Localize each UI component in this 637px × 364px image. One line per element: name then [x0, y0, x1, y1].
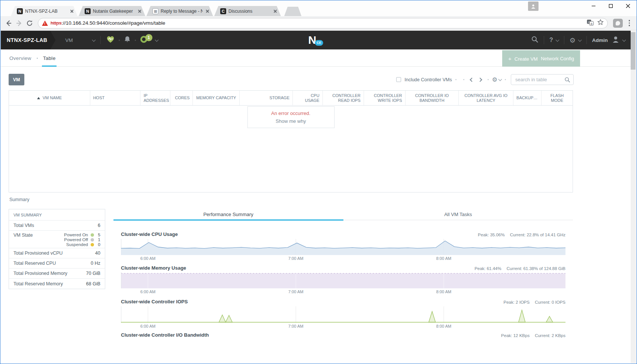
nutanix-favicon: N	[85, 8, 91, 14]
help-menu[interactable]: ?	[549, 37, 553, 43]
divider	[564, 36, 564, 44]
tab-close-icon[interactable]	[273, 9, 278, 14]
alerts-bell-icon[interactable]	[124, 36, 131, 45]
divider	[586, 36, 587, 44]
back-icon[interactable]	[3, 18, 14, 28]
time-axis: 6:00 AM7:00 AM8:00 AM	[121, 256, 565, 261]
summary-row-vcpu: Total Provisioned vCPU40	[9, 248, 105, 258]
include-controller-vms-checkbox[interactable]	[396, 77, 401, 82]
search-icon[interactable]	[531, 36, 539, 45]
table-error-box: An error occurred. Show me why	[247, 106, 334, 128]
tab-title: NTNX-SPZ-LAB	[25, 9, 67, 14]
tab-title: Discussions	[228, 9, 270, 14]
peak-value: Peak: 2 IOPS	[504, 300, 530, 304]
column-header-backup[interactable]: BACKUP AN...	[513, 91, 542, 105]
network-config-button[interactable]: Network Config	[541, 56, 574, 61]
maximize-button[interactable]	[602, 0, 619, 12]
user-menu[interactable]: Admin	[592, 37, 608, 43]
error-message: An error occurred.	[271, 110, 310, 116]
security-warning-icon[interactable]: !	[42, 21, 48, 26]
chevron-down-icon[interactable]	[155, 38, 158, 42]
cluster-name-pennant[interactable]: NTNX-SPZ-LAB	[1, 31, 55, 49]
next-page-icon[interactable]	[478, 78, 482, 82]
controller-iops-chart-block: Cluster-wide Controller IOPS Peak: 2 IOP…	[121, 298, 565, 329]
summary-row-reserved-memory: Total Reserved Memory68 GiB	[9, 279, 105, 289]
new-tab-button[interactable]	[284, 7, 301, 16]
plus-icon: +	[508, 55, 512, 62]
task-count-badge[interactable]: 1	[145, 34, 152, 41]
column-header-cores[interactable]: CORES	[170, 91, 193, 105]
chevron-down-icon[interactable]	[498, 78, 502, 81]
memory-usage-chart[interactable]	[121, 272, 565, 288]
show-me-why-link[interactable]: Show me why	[276, 118, 306, 124]
time-axis: 6:00 AM7:00 AM8:00 AM	[121, 324, 565, 329]
column-header-io-latency[interactable]: CONTROLLER AVG IO LATENCY	[459, 91, 513, 105]
column-header-ip[interactable]: IP ADDRESSES	[140, 91, 170, 105]
chevron-down-icon[interactable]	[622, 38, 626, 42]
create-vm-button[interactable]: +Create VM	[508, 55, 538, 62]
column-header-write-iops[interactable]: CONTROLLER WRITE IOPS	[364, 91, 406, 105]
cpu-usage-chart[interactable]	[121, 239, 565, 255]
tab-table[interactable]: Table	[43, 55, 56, 61]
chevron-down-icon[interactable]	[555, 38, 559, 42]
search-input[interactable]	[515, 77, 564, 82]
close-button[interactable]	[619, 0, 637, 12]
minimize-button[interactable]	[585, 0, 602, 12]
column-header-io-bandwidth[interactable]: CONTROLLER IO BANDWIDTH	[406, 91, 459, 105]
tab-close-icon[interactable]	[69, 9, 75, 14]
column-header-flash-mode[interactable]: FLASH MODE	[542, 91, 573, 105]
bookmark-star-icon[interactable]	[597, 19, 604, 27]
tab-title: Nutanix Gatekeeper	[93, 9, 135, 14]
nutanix-logo: N CE	[308, 31, 323, 49]
browser-toolbar: ! https://10.166.24.50:9440/console/#pag…	[0, 16, 637, 30]
state-powered-off: Powered Off1	[64, 237, 100, 242]
column-header-memory[interactable]: MEMORY CAPACITY	[193, 91, 240, 105]
translate-icon[interactable]: Aa	[587, 19, 594, 27]
table-settings-gear-icon[interactable]: ⚙	[492, 76, 497, 83]
search-icon[interactable]	[564, 77, 570, 83]
address-bar[interactable]: ! https://10.166.24.50:9440/console/#pag…	[38, 18, 608, 28]
chevron-down-icon[interactable]	[578, 38, 582, 42]
column-header-storage[interactable]: STORAGE	[240, 91, 293, 105]
table-search[interactable]	[511, 74, 574, 85]
entity-type-button[interactable]: VM	[9, 74, 24, 85]
tab-performance-summary[interactable]: Performance Summary	[113, 209, 343, 220]
tab-close-icon[interactable]	[205, 9, 210, 14]
cpu-usage-chart-block: Cluster-wide CPU Usage Peak: 35.06%Curre…	[121, 231, 565, 261]
extension-icon[interactable]	[613, 19, 623, 28]
prev-page-icon[interactable]	[470, 78, 474, 82]
browser-tab-ntnx[interactable]: N NTNX-SPZ-LAB	[11, 6, 78, 16]
entity-selector[interactable]: VM	[65, 37, 73, 43]
divider	[100, 36, 101, 44]
tab-all-vm-tasks[interactable]: All VM Tasks	[343, 209, 573, 220]
column-header-cpu[interactable]: CPU USAGE	[293, 91, 323, 105]
browser-profile-icon[interactable]	[528, 1, 539, 11]
health-heart-icon[interactable]	[106, 35, 115, 45]
column-header-vm-name[interactable]: VM NAME	[9, 91, 90, 105]
peak-value: Peak: 35.06%	[478, 233, 505, 237]
browser-tab-gatekeeper[interactable]: N Nutanix Gatekeeper	[79, 6, 145, 16]
column-header-read-iops[interactable]: CONTROLLER READ IOPS	[323, 91, 364, 105]
tab-strip: N NTNX-SPZ-LAB N Nutanix Gatekeeper ▤ Re…	[11, 6, 301, 16]
browser-tab-reply[interactable]: ▤ Reply to Message - Nuta	[146, 6, 213, 16]
controller-iops-chart[interactable]	[121, 306, 565, 323]
settings-gear-icon[interactable]: ⚙	[570, 36, 576, 44]
tab-overview[interactable]: Overview	[9, 55, 31, 61]
browser-menu-icon[interactable]	[625, 20, 634, 26]
scrollbar-thumb[interactable]	[631, 32, 636, 70]
prism-top-nav: NTNX-SPZ-LAB VM 1 N CE ? ⚙	[1, 31, 631, 49]
forward-icon[interactable]	[14, 18, 24, 28]
divider	[544, 36, 544, 44]
page-scrollbar[interactable]	[630, 31, 636, 363]
summary-row-prov-memory: Total Provisioned Memory70 GiB	[9, 269, 105, 279]
tab-close-icon[interactable]	[137, 9, 142, 14]
chevron-down-icon[interactable]	[92, 38, 95, 42]
user-avatar-icon[interactable]	[612, 36, 620, 45]
reload-icon[interactable]	[24, 18, 35, 28]
url-text[interactable]: https://10.166.24.50:9440/console/#page/…	[51, 20, 584, 26]
table-header-row: VM NAME HOST IP ADDRESSES CORES MEMORY C…	[9, 91, 573, 106]
window-controls	[585, 0, 637, 12]
column-header-host[interactable]: HOST	[90, 91, 141, 105]
browser-tab-discussions[interactable]: C Discussions	[214, 6, 281, 16]
vm-summary-title: VM SUMMARY	[9, 209, 105, 221]
